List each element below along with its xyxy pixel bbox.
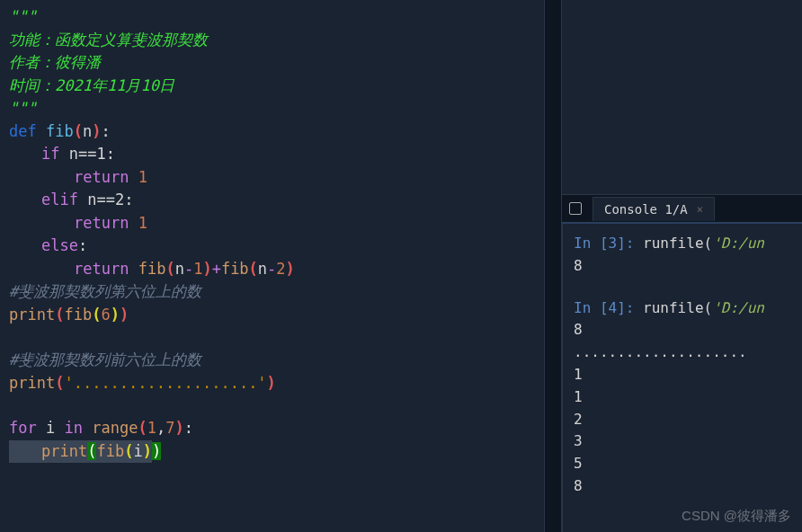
console-out-seq: 3 [574, 432, 583, 449]
docstring-line1: 功能：函数定义算斐波那契数 [9, 31, 208, 49]
comment-2: #斐波那契数列前六位上的数 [9, 350, 201, 368]
print-fib6: print(fib(6)) [9, 304, 535, 327]
docstring-close: """ [9, 99, 37, 117]
console-pane: Console 1/A × In [3]: runfile('D:/un 8 I… [562, 0, 802, 532]
docstring-line2: 作者：彼得潘 [9, 53, 101, 71]
print-fib-i: print(fib(i)) [9, 440, 535, 464]
console-out-seq: 5 [574, 455, 583, 472]
elif-line: elif n==2: [9, 189, 535, 212]
console-out3: 8 [574, 257, 583, 274]
console-out-seq: 1 [574, 388, 583, 405]
watermark: CSDN @彼得潘多 [682, 508, 791, 525]
return-2: return 1 [9, 212, 535, 235]
return-1: return 1 [9, 166, 535, 190]
console-in3: In [3]: runfile('D:/un [574, 233, 791, 255]
close-icon[interactable]: × [697, 203, 703, 216]
comment-1: #斐波那契数列第六位上的数 [9, 282, 201, 300]
top-right-area [562, 0, 802, 195]
console-out-dots: .................... [574, 343, 747, 360]
print-dots: print('....................') [9, 372, 535, 395]
else-line: else: [9, 235, 535, 258]
code-editor[interactable]: """ 功能：函数定义算斐波那契数 作者：彼得潘 时间：2021年11月10日 … [0, 0, 544, 532]
console-out-8: 8 [574, 321, 583, 338]
pane-divider[interactable] [544, 0, 562, 532]
console-out-seq: 2 [574, 411, 583, 428]
console-in4: In [4]: runfile('D:/un [574, 297, 791, 320]
def-line: def fib(n): [9, 120, 535, 144]
console-out-seq: 8 [574, 477, 583, 494]
return-recursive: return fib(n-1)+fib(n-2) [9, 258, 535, 281]
tab-label: Console 1/A [604, 202, 688, 217]
console-out-seq: 1 [574, 366, 583, 383]
docstring-line3: 时间：2021年11月10日 [9, 76, 174, 94]
if-line: if n==1: [9, 143, 535, 166]
window-icon[interactable] [569, 202, 582, 215]
docstring-open: """ [9, 7, 37, 25]
console-tab-bar: Console 1/A × [562, 195, 802, 224]
console-output[interactable]: In [3]: runfile('D:/un 8 In [4]: runfile… [562, 224, 802, 532]
tab-console-1a[interactable]: Console 1/A × [593, 197, 715, 221]
for-line: for i in range(1,7): [9, 417, 535, 440]
